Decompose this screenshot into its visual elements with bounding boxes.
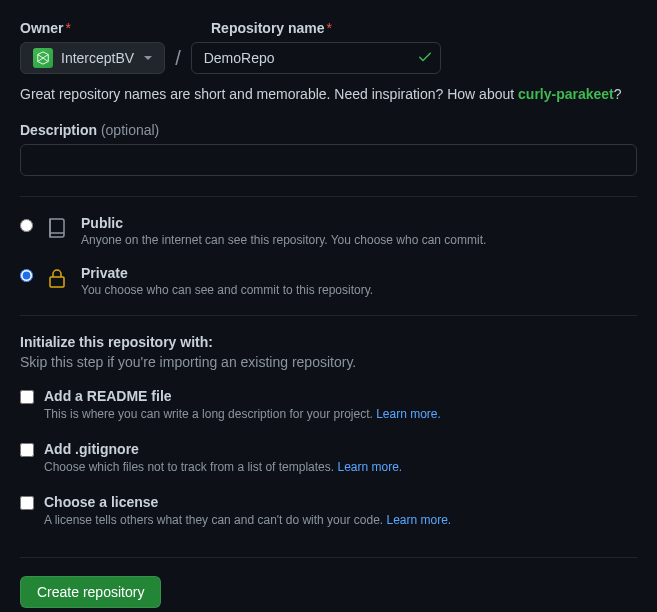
description-label: Description <box>20 122 97 138</box>
owner-label: Owner <box>20 20 64 36</box>
name-helper-text: Great repository names are short and mem… <box>20 86 637 102</box>
add-gitignore-label: Add .gitignore <box>44 441 402 457</box>
caret-down-icon <box>144 56 152 60</box>
repo-icon <box>45 216 69 240</box>
add-readme-label: Add a README file <box>44 388 441 404</box>
create-repository-button[interactable]: Create repository <box>20 576 161 608</box>
visibility-private-title: Private <box>81 265 373 281</box>
owner-select-button[interactable]: InterceptBV <box>20 42 165 74</box>
add-gitignore-desc: Choose which files not to track from a l… <box>44 460 402 474</box>
readme-learn-more-link[interactable]: Learn more. <box>376 407 441 421</box>
owner-avatar-icon <box>33 48 53 68</box>
choose-license-label: Choose a license <box>44 494 451 510</box>
divider <box>20 557 637 558</box>
visibility-public-title: Public <box>81 215 486 231</box>
name-suggestion-link[interactable]: curly-parakeet <box>518 86 614 102</box>
gitignore-learn-more-link[interactable]: Learn more. <box>337 460 402 474</box>
add-gitignore-checkbox[interactable] <box>20 443 34 457</box>
required-indicator: * <box>327 20 332 36</box>
add-readme-desc: This is where you can write a long descr… <box>44 407 441 421</box>
visibility-private-desc: You choose who can see and commit to thi… <box>81 283 373 297</box>
visibility-public-desc: Anyone on the internet can see this repo… <box>81 233 486 247</box>
license-learn-more-link[interactable]: Learn more. <box>387 513 452 527</box>
init-heading: Initialize this repository with: <box>20 334 637 350</box>
required-indicator: * <box>66 20 71 36</box>
svg-rect-0 <box>50 277 64 287</box>
choose-license-desc: A license tells others what they can and… <box>44 513 451 527</box>
description-input[interactable] <box>20 144 637 176</box>
checkmark-icon <box>417 49 433 68</box>
lock-icon <box>45 266 69 290</box>
visibility-public-radio[interactable] <box>20 219 33 232</box>
choose-license-checkbox[interactable] <box>20 496 34 510</box>
repo-name-input[interactable] <box>191 42 441 74</box>
owner-name: InterceptBV <box>61 50 134 66</box>
add-readme-checkbox[interactable] <box>20 390 34 404</box>
visibility-private-radio[interactable] <box>20 269 33 282</box>
optional-indicator: (optional) <box>101 122 159 138</box>
path-separator: / <box>175 47 181 70</box>
init-skip-text: Skip this step if you're importing an ex… <box>20 354 637 370</box>
repo-name-label: Repository name <box>211 20 325 36</box>
